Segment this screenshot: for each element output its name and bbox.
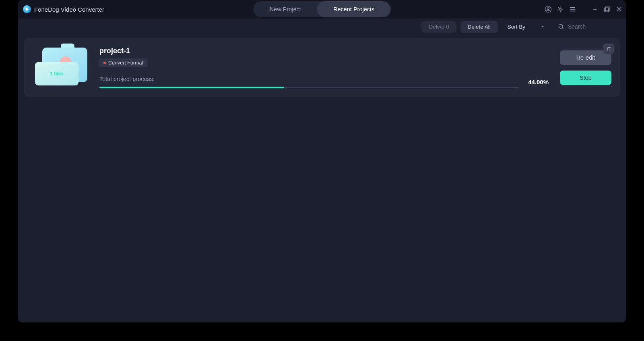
tab-new-project[interactable]: New Project bbox=[254, 1, 317, 17]
maximize-icon[interactable] bbox=[603, 6, 611, 13]
chevron-down-icon bbox=[540, 24, 545, 29]
app-window: FoneDog Video Converter New Project Rece… bbox=[18, 0, 626, 322]
progress-bar bbox=[99, 87, 518, 88]
trash-icon bbox=[606, 46, 612, 52]
svg-point-1 bbox=[547, 8, 549, 10]
spacer bbox=[581, 6, 586, 13]
window-icons bbox=[545, 6, 623, 13]
brand-logo-icon bbox=[23, 5, 31, 13]
project-tag: Convert Format bbox=[99, 58, 147, 67]
project-file-count: 1 files bbox=[50, 71, 64, 77]
delete-selected-button[interactable]: Delete 0 bbox=[421, 21, 456, 33]
gear-icon[interactable] bbox=[557, 6, 564, 13]
search-box bbox=[555, 21, 619, 32]
sort-by-label: Sort By bbox=[508, 24, 525, 30]
svg-point-2 bbox=[559, 8, 561, 10]
brand: FoneDog Video Converter bbox=[23, 5, 104, 13]
delete-project-button[interactable] bbox=[603, 44, 614, 54]
progress-fill bbox=[99, 87, 284, 88]
tab-switch: New Project Recent Projects bbox=[254, 1, 391, 17]
title-bar: FoneDog Video Converter New Project Rece… bbox=[18, 0, 626, 19]
svg-rect-4 bbox=[605, 8, 609, 12]
stop-button[interactable]: Stop bbox=[560, 71, 611, 85]
app-title: FoneDog Video Converter bbox=[34, 6, 104, 13]
svg-point-5 bbox=[559, 24, 563, 28]
toolbar: Delete 0 Delete All Sort By bbox=[18, 19, 626, 35]
project-name: project-1 bbox=[99, 47, 549, 55]
project-card: 1 files project-1 Convert Format Total p… bbox=[24, 38, 620, 97]
search-icon bbox=[557, 23, 565, 30]
search-input[interactable] bbox=[567, 23, 617, 30]
close-icon[interactable] bbox=[615, 6, 623, 13]
progress-label: Total project process: bbox=[99, 76, 155, 82]
menu-icon[interactable] bbox=[569, 6, 576, 13]
sort-by-dropdown[interactable]: Sort By bbox=[502, 21, 551, 33]
minimize-icon[interactable] bbox=[591, 6, 599, 13]
tab-recent-projects[interactable]: Recent Projects bbox=[317, 1, 390, 17]
delete-all-button[interactable]: Delete All bbox=[460, 21, 498, 33]
project-body: project-1 Convert Format Total project p… bbox=[99, 47, 549, 88]
progress-row: Total project process: 44.00% bbox=[99, 75, 549, 88]
user-icon[interactable] bbox=[545, 6, 552, 13]
project-thumbnail: 1 files bbox=[35, 47, 88, 85]
svg-rect-3 bbox=[605, 7, 609, 11]
progress-wrap: Total project process: bbox=[99, 75, 518, 88]
progress-percent: 44.00% bbox=[528, 79, 549, 85]
